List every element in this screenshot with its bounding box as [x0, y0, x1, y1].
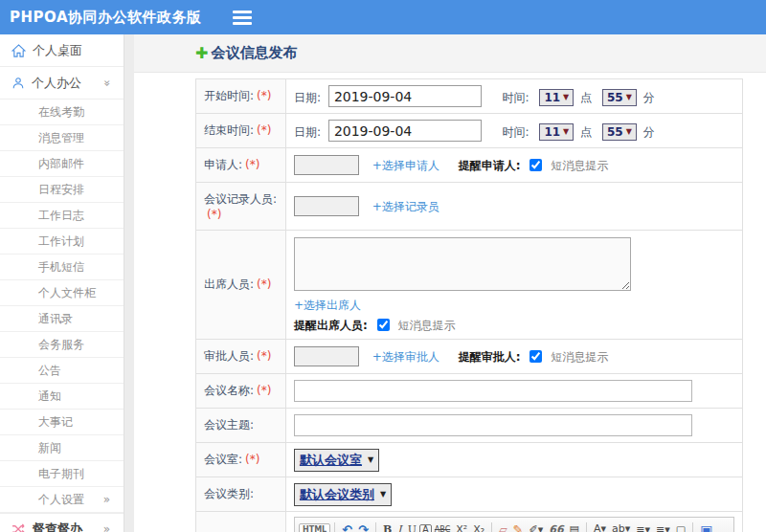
end-minute-select[interactable]: 55▼: [602, 123, 637, 141]
editor-toolbar-row1: HTML ↶ ↷ B I U A ABC X² X₂: [295, 518, 733, 532]
sidebar-item-message-management[interactable]: 消息管理: [0, 125, 124, 151]
underline-icon[interactable]: U: [405, 523, 419, 532]
rich-text-editor: HTML ↶ ↷ B I U A ABC X² X₂: [294, 517, 734, 532]
spray-color-dropdown-icon[interactable]: ✐▾: [527, 523, 547, 532]
row-meeting-name: 会议名称:(*): [196, 374, 743, 409]
format-brush-icon[interactable]: ✎: [510, 522, 527, 532]
sidebar-item-internal-mail[interactable]: 内部邮件: [0, 151, 124, 177]
sidebar-item-news[interactable]: 新闻: [0, 435, 124, 461]
remind-approver-label: 提醒审批人:: [459, 350, 521, 364]
html-source-button[interactable]: HTML: [299, 523, 330, 532]
approver-input[interactable]: [294, 346, 359, 366]
paste-icon[interactable]: ▤: [567, 523, 582, 532]
meeting-subject-input[interactable]: [294, 414, 692, 436]
caret-down-icon: ▼: [380, 490, 386, 499]
row-meeting-subject: 会议主题:: [196, 409, 743, 443]
hour-unit: 点: [580, 91, 592, 104]
row-meeting-room: 会议室:(*) 默认会议室▼: [196, 443, 743, 477]
attendees-sms-checkbox[interactable]: [377, 319, 390, 331]
chevron-right-icon: »: [103, 487, 110, 512]
new-page-icon[interactable]: ▢: [673, 523, 688, 532]
italic-icon[interactable]: I: [394, 523, 404, 532]
person-icon: [11, 77, 25, 90]
sms-notify-label: 短消息提示: [551, 350, 608, 364]
strikethrough-icon[interactable]: ABC: [432, 525, 453, 532]
row-meeting-content: HTML ↶ ↷ B I U A ABC X² X₂: [196, 512, 743, 532]
sidebar-item-conference-service[interactable]: 会务服务: [0, 332, 124, 358]
select-approver-link[interactable]: +选择审批人: [372, 350, 439, 364]
minute-unit: 分: [643, 91, 655, 104]
chevron-right-icon: »: [103, 522, 110, 532]
sidebar-submenu: 在线考勤 消息管理 内部邮件 日程安排 工作日志 工作计划 手机短信 个人文件柜…: [0, 100, 124, 513]
sidebar-item-personal-settings[interactable]: 个人设置»: [0, 487, 124, 513]
approver-sms-checkbox[interactable]: [529, 350, 542, 363]
attendees-label: 出席人员:: [204, 277, 254, 291]
start-hour-select[interactable]: 11▼: [539, 89, 574, 106]
select-recorder-link[interactable]: +选择记录员: [372, 200, 439, 213]
sidebar-item-contacts[interactable]: 通讯录: [0, 306, 124, 332]
recorder-input[interactable]: [294, 196, 359, 216]
recorder-label: 会议记录人员:: [204, 192, 277, 206]
sidebar-item-e-journal[interactable]: 电子期刊: [0, 461, 124, 487]
redo-icon[interactable]: ↷: [355, 522, 372, 532]
ordered-list-dropdown-icon[interactable]: ≡▾: [633, 523, 653, 532]
meeting-subject-label: 会议主题:: [204, 418, 254, 432]
editor-row-label: [196, 512, 286, 532]
superscript-icon[interactable]: X²: [453, 523, 470, 532]
blockquote-icon[interactable]: 66: [546, 523, 566, 532]
bold-icon[interactable]: B: [380, 523, 394, 532]
undo-icon[interactable]: ↶: [339, 522, 355, 532]
hamburger-menu-icon[interactable]: [233, 16, 252, 19]
sidebar-item-work-log[interactable]: 工作日志: [0, 203, 124, 229]
sidebar-item-work-plan[interactable]: 工作计划: [0, 229, 124, 255]
start-minute-select[interactable]: 55▼: [602, 89, 637, 106]
required-mark: (*): [257, 123, 271, 137]
main-content: ✚ 会议信息发布 开始时间:(*) 日期: 时间: 11▼ 点 55▼ 分: [134, 34, 766, 532]
sidebar-item-mobile-sms[interactable]: 手机短信: [0, 255, 124, 280]
meeting-category-select[interactable]: 默认会议类别▼: [294, 483, 392, 506]
end-date-input[interactable]: [328, 120, 482, 142]
time-label: 时间:: [503, 91, 529, 104]
sms-notify-label: 短消息提示: [551, 159, 608, 172]
sidebar-item-supervision[interactable]: 督查督办 »: [0, 513, 124, 532]
sidebar-item-online-attendance[interactable]: 在线考勤: [0, 100, 124, 125]
caret-down-icon: ▼: [563, 127, 569, 136]
applicant-input[interactable]: [294, 155, 359, 175]
font-color-dropdown-icon[interactable]: A▾: [591, 522, 609, 532]
select-attendees-link[interactable]: +选择出席人: [294, 299, 361, 312]
select-applicant-link[interactable]: +选择申请人: [372, 159, 439, 172]
sidebar-item-notice[interactable]: 通知: [0, 384, 124, 410]
approver-label: 审批人员:: [204, 349, 254, 363]
sidebar-item-memorabilia[interactable]: 大事记: [0, 410, 124, 435]
end-hour-select[interactable]: 11▼: [539, 123, 574, 141]
row-meeting-category: 会议类别: 默认会议类别▼: [196, 477, 743, 512]
sidebar-item-personal-office[interactable]: 个人办公 »: [0, 67, 124, 100]
sidebar-item-personal-desktop[interactable]: 个人桌面: [0, 34, 124, 67]
remind-attendees-label: 提醒出席人员:: [294, 319, 368, 332]
meeting-form: 开始时间:(*) 日期: 时间: 11▼ 点 55▼ 分 结束时间:(*) 日期…: [195, 78, 743, 532]
attendees-textarea[interactable]: [294, 237, 631, 291]
font-border-icon[interactable]: A: [419, 524, 432, 532]
fullscreen-icon[interactable]: ▣: [697, 522, 715, 532]
page-title: 会议信息发布: [211, 44, 297, 62]
meeting-room-select[interactable]: 默认会议室▼: [294, 449, 379, 472]
meeting-name-input[interactable]: [294, 380, 692, 402]
home-icon: [11, 44, 26, 57]
app-brand-title: PHPOA协同办公软件政务版: [10, 9, 202, 27]
eraser-icon[interactable]: ▱: [496, 523, 509, 532]
sidebar-item-announcement[interactable]: 公告: [0, 358, 124, 384]
meeting-category-value: 默认会议类别: [300, 486, 374, 503]
row-attendees: 出席人员:(*) +选择出席人 提醒出席人员: 短消息提示: [196, 231, 743, 340]
highlight-color-dropdown-icon[interactable]: ab▾: [609, 522, 633, 532]
required-mark: (*): [257, 384, 271, 397]
sidebar-item-schedule[interactable]: 日程安排: [0, 177, 124, 203]
row-recorder: 会议记录人员:(*) +选择记录员: [196, 183, 743, 231]
page-title-bar: ✚ 会议信息发布: [134, 34, 766, 73]
unordered-list-dropdown-icon[interactable]: ≡▾: [653, 523, 673, 532]
applicant-sms-checkbox[interactable]: [529, 159, 542, 171]
start-date-input[interactable]: [328, 85, 482, 107]
subscript-icon[interactable]: X₂: [470, 523, 487, 532]
date-label: 日期:: [294, 91, 321, 104]
sidebar-item-personal-file-cabinet[interactable]: 个人文件柜: [0, 280, 124, 306]
start-hour-value: 11: [544, 91, 560, 104]
